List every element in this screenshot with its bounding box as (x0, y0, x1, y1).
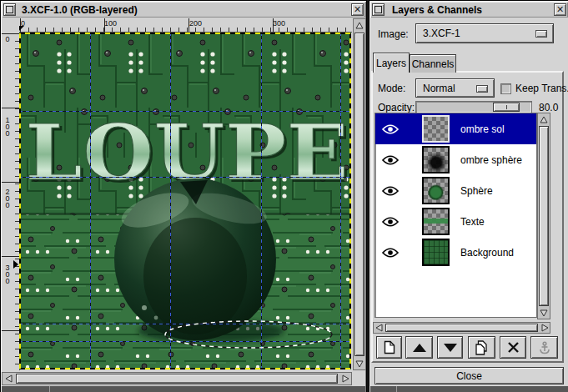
scrollbar-thumb[interactable] (354, 33, 364, 356)
duplicate-layer-button[interactable] (468, 336, 495, 359)
layer-name[interactable]: ombre sphère (460, 154, 522, 166)
layer-name[interactable]: Sphère (460, 185, 493, 197)
opacity-value: 80.0 (539, 102, 558, 113)
window-menu-button[interactable] (372, 3, 385, 16)
option-menu-indicator-icon (476, 85, 488, 93)
layers-channels-window: Layers & Channels ✕ Image: 3.XCF-1 Layer… (369, 0, 568, 392)
canvas-art: LOUPE LOUPE (19, 33, 351, 369)
layer-row-sphere[interactable]: Sphère (375, 175, 536, 206)
up-arrow-icon (413, 344, 426, 352)
layer-thumbnail[interactable] (422, 208, 450, 235)
v-ruler-label: 300 (3, 264, 12, 284)
layer-thumbnail[interactable] (422, 239, 450, 266)
scrollbar-thumb[interactable] (539, 126, 549, 306)
layer-row-ombre-sphere[interactable]: ombre sphère (375, 144, 536, 175)
vertical-ruler[interactable]: 0 100 200 300 (2, 33, 20, 370)
layers-window-title: Layers & Channels (392, 4, 482, 16)
image-canvas[interactable]: LOUPE LOUPE (19, 33, 351, 369)
scroll-up-icon[interactable] (538, 113, 550, 125)
scroll-left-icon[interactable] (3, 373, 14, 384)
ruler-corner (2, 18, 20, 33)
image-select-dropdown[interactable]: 3.XCF-1 (415, 23, 554, 43)
scroll-up-icon[interactable] (354, 19, 365, 31)
h-ruler-label: 200 (189, 19, 202, 28)
layer-row-background[interactable]: Background (375, 237, 536, 268)
layer-thumbnail[interactable] (422, 115, 450, 143)
eye-icon[interactable] (381, 216, 400, 228)
scroll-down-icon[interactable] (538, 307, 550, 319)
h-ruler-label: 300 (273, 19, 285, 28)
image-field-label: Image: (378, 28, 409, 40)
layers-window-status-strip (370, 386, 568, 392)
new-layer-button[interactable] (376, 336, 402, 359)
image-select-value: 3.XCF-1 (423, 28, 460, 39)
scrollbar-thumb[interactable] (385, 324, 538, 332)
close-icon: ✕ (556, 5, 564, 14)
v-ruler-label: 100 (3, 116, 12, 136)
scrollbar-thumb[interactable] (16, 374, 338, 384)
mode-select-value: Normal (423, 83, 455, 94)
x-icon (508, 342, 519, 353)
v-ruler-label: 0 (3, 35, 12, 42)
ruler-position-marker-icon (19, 26, 24, 31)
down-arrow-icon (444, 344, 457, 352)
delete-layer-button[interactable] (500, 336, 526, 359)
layer-name[interactable]: ombre sol (460, 123, 505, 135)
layer-thumbnail[interactable] (422, 177, 450, 204)
close-button[interactable]: Close (374, 367, 564, 384)
h-ruler-label: 100 (104, 19, 117, 28)
close-icon: ✕ (354, 5, 361, 14)
box-menu-icon (374, 6, 382, 13)
image-window: 3.XCF-1.0 (RGB-layered) ✕ 0 100 200 300 … (0, 0, 367, 392)
raise-layer-button[interactable] (405, 336, 433, 359)
eye-icon[interactable] (381, 185, 400, 197)
keep-trans-checkbox[interactable] (500, 83, 511, 94)
image-window-title: 3.XCF-1.0 (RGB-layered) (22, 4, 138, 16)
option-menu-indicator-icon (535, 30, 547, 38)
tab-channels[interactable]: Channels (410, 54, 456, 73)
layer-list-horizontal-scrollbar[interactable] (373, 322, 550, 334)
eye-icon[interactable] (381, 123, 400, 135)
keep-trans-label: Keep Trans. (515, 83, 568, 94)
opacity-slider-handle[interactable] (493, 103, 520, 112)
box-menu-icon (6, 6, 13, 13)
scroll-down-icon[interactable] (354, 358, 365, 369)
layer-row-ombre-sol[interactable]: ombre sol (375, 113, 536, 144)
layer-name[interactable]: Background (460, 247, 514, 259)
layer-row-texte[interactable]: Texte (375, 206, 536, 237)
canvas-horizontal-scrollbar[interactable] (2, 372, 352, 385)
copy-icon (475, 340, 489, 355)
scroll-right-icon[interactable] (540, 323, 550, 333)
lower-layer-button[interactable] (437, 336, 463, 359)
eye-icon[interactable] (381, 154, 400, 166)
opacity-label: Opacity: (378, 102, 415, 113)
layers-window-close-button[interactable]: ✕ (554, 3, 566, 16)
mode-label: Mode: (378, 83, 405, 94)
layer-list-vertical-scrollbar[interactable] (537, 113, 550, 319)
eye-icon[interactable] (381, 247, 400, 259)
tab-layers[interactable]: Layers (373, 53, 410, 73)
image-window-status-strip (2, 386, 365, 392)
layer-thumbnail[interactable] (422, 146, 450, 173)
opacity-slider[interactable] (415, 101, 532, 113)
canvas-vertical-scrollbar[interactable] (353, 18, 366, 370)
horizontal-ruler[interactable]: 0 100 200 300 (19, 18, 352, 33)
layer-list: ombre sol ombre sphère Sphère (374, 113, 537, 318)
v-ruler-label: 200 (3, 188, 12, 208)
page-icon (384, 340, 395, 354)
layer-name[interactable]: Texte (460, 216, 485, 228)
window-menu-button[interactable] (3, 3, 16, 16)
layers-window-titlebar[interactable]: Layers & Channels ✕ (370, 2, 568, 18)
anchor-icon (539, 341, 550, 354)
scroll-right-icon[interactable] (339, 373, 351, 384)
image-window-close-button[interactable]: ✕ (351, 3, 364, 16)
mode-select-dropdown[interactable]: Normal (415, 78, 495, 98)
anchor-layer-button[interactable] (530, 336, 558, 359)
close-button-label: Close (456, 370, 482, 382)
ruler-position-marker-icon (13, 260, 18, 269)
scroll-left-icon[interactable] (374, 323, 384, 333)
image-window-titlebar[interactable]: 3.XCF-1.0 (RGB-layered) ✕ (2, 2, 365, 18)
